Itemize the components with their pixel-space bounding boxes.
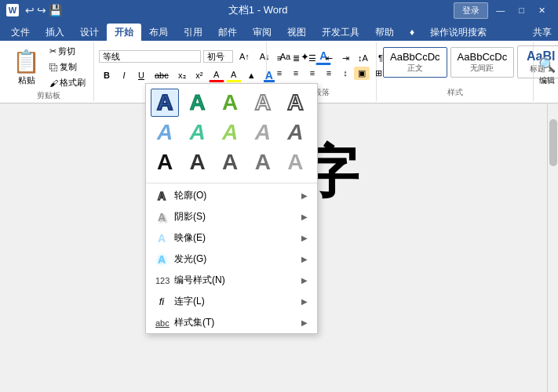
maximize-button[interactable]: □	[512, 4, 531, 16]
wordart-item-11[interactable]: A	[151, 148, 179, 176]
menu-item-reflection[interactable]: A 映像(E) ▶	[146, 227, 317, 249]
scroll-thumb[interactable]	[549, 119, 557, 166]
paste-label: 粘贴	[18, 74, 35, 86]
bold-button[interactable]: B	[99, 69, 115, 82]
title-bar-left: W ↩ ↪ 💾	[6, 4, 62, 16]
menu-item-numberstyle-left: 123 编号样式(N)	[155, 274, 225, 287]
wordart-item-2[interactable]: A	[184, 89, 212, 117]
style-none-label: 无间距	[458, 63, 508, 74]
wordart-item-14[interactable]: A	[249, 148, 277, 176]
wordart-item-4[interactable]: A	[249, 89, 277, 117]
tab-help[interactable]: 帮助	[367, 24, 402, 41]
wordart-item-3[interactable]: A	[216, 89, 244, 117]
menu-item-outline-left: A 轮廓(O)	[155, 189, 206, 202]
underline-button[interactable]: U	[133, 69, 149, 82]
login-button[interactable]: 登录	[454, 2, 488, 19]
sort-button[interactable]: ↕A	[354, 52, 372, 64]
font-size-select[interactable]	[203, 50, 233, 63]
clipboard-label: 剪贴板	[8, 90, 89, 103]
undo-icon[interactable]: ↩	[25, 4, 35, 16]
menu-item-ligature[interactable]: fi 连字(L) ▶	[146, 291, 317, 312]
copy-icon: ⿻	[49, 63, 58, 72]
window-title: 文档1 - Word	[228, 3, 288, 17]
tab-view[interactable]: 视图	[279, 24, 314, 41]
tab-light[interactable]: ♦	[402, 24, 422, 41]
multilevel-list-button[interactable]: ☰	[305, 52, 320, 65]
wordart-item-1[interactable]: A	[151, 89, 179, 117]
wordart-letter-7: A	[189, 120, 205, 145]
style-none-preview: AaBbCcDc	[458, 51, 508, 63]
line-spacing-button[interactable]: ↕	[337, 67, 353, 79]
superscript-button[interactable]: x²	[191, 69, 207, 82]
menu-item-glow[interactable]: A 发光(G) ▶	[146, 249, 317, 270]
para-row2: ≡ ≡ ≡ ≡ ↕ ▣ ⊞	[272, 67, 388, 80]
font-grow-button[interactable]: A↑	[235, 50, 253, 63]
menu-item-styleset[interactable]: abc 样式集(T) ▶	[146, 312, 317, 333]
share-button[interactable]: 共享	[527, 24, 558, 41]
list-bullet-button[interactable]: ≡	[272, 52, 287, 64]
shading-button[interactable]: ▲	[243, 69, 260, 82]
tab-design[interactable]: 设计	[72, 24, 107, 41]
wordart-grid: A A A A A A A A A A A	[146, 84, 317, 181]
title-bar-right: 登录 — □ ✕	[454, 2, 552, 19]
list-number-button[interactable]: ≣	[288, 52, 304, 65]
increase-indent-button[interactable]: ⇥	[337, 52, 353, 65]
tab-insert[interactable]: 插入	[38, 24, 72, 41]
subscript-button[interactable]: x₂	[174, 69, 190, 82]
numberstyle-icon: 123	[155, 276, 168, 285]
justify-button[interactable]: ≡	[321, 67, 337, 79]
redo-icon[interactable]: ↪	[37, 4, 46, 16]
font-family-select[interactable]	[99, 50, 201, 63]
italic-button[interactable]: I	[116, 69, 132, 82]
minimize-button[interactable]: —	[490, 4, 511, 16]
paste-button[interactable]: 📋 粘贴	[8, 45, 45, 89]
tab-home[interactable]: 开始	[107, 24, 141, 41]
styleset-label: 样式集(T)	[174, 316, 214, 329]
styles-label: 样式	[381, 87, 528, 100]
font-color-button[interactable]: A	[209, 68, 224, 82]
cut-button[interactable]: ✂剪切	[46, 44, 89, 59]
style-normal[interactable]: AaBbCcDc 正文	[383, 47, 447, 78]
menu-item-numberstyle[interactable]: 123 编号样式(N) ▶	[146, 270, 317, 291]
scrollbar-right[interactable]	[547, 103, 558, 392]
wordart-item-13[interactable]: A	[216, 148, 244, 176]
wordart-item-8[interactable]: A	[216, 118, 244, 147]
paragraph-controls: ≡ ≣ ☰ ⇤ ⇥ ↕A ¶ ≡ ≡ ≡ ≡ ↕ ▣ ⊞	[272, 44, 388, 87]
save-icon[interactable]: 💾	[49, 4, 62, 16]
strikethrough-button[interactable]: abc	[151, 69, 173, 82]
search-icon[interactable]: 🔍	[538, 56, 556, 74]
wordart-item-15[interactable]: A	[281, 148, 309, 176]
menu-item-outline[interactable]: A 轮廓(O) ▶	[146, 185, 317, 206]
copy-button[interactable]: ⿻复制	[46, 60, 89, 74]
highlight-button[interactable]: A	[226, 68, 242, 82]
shadow-arrow: ▶	[301, 212, 308, 221]
wordart-item-6[interactable]: A	[151, 118, 179, 147]
decrease-indent-button[interactable]: ⇤	[321, 52, 337, 65]
menu-divider1	[146, 183, 317, 183]
wordart-item-5[interactable]: A	[281, 89, 309, 117]
tab-search[interactable]: 操作说明搜索	[422, 24, 494, 41]
menu-item-shadow[interactable]: A 阴影(S) ▶	[146, 206, 317, 227]
clipboard-small-buttons: ✂剪切 ⿻复制 🖌格式刷	[46, 44, 89, 90]
align-right-button[interactable]: ≡	[305, 67, 320, 79]
tab-layout[interactable]: 布局	[141, 24, 176, 41]
wordart-item-12[interactable]: A	[184, 148, 212, 176]
wordart-item-7[interactable]: A	[184, 118, 212, 147]
tab-mailings[interactable]: 邮件	[210, 24, 245, 41]
wordart-letter-14: A	[255, 150, 271, 175]
style-none[interactable]: AaBbCcDc 无间距	[450, 47, 515, 78]
font-color2-button[interactable]: A	[261, 67, 277, 83]
close-button[interactable]: ✕	[532, 4, 552, 17]
shading2-button[interactable]: ▣	[354, 67, 370, 80]
wordart-item-10[interactable]: A	[281, 118, 309, 147]
styles-group: AaBbCcDc 正文 AaBbCcDc 无间距 AaBl 标题 1 样式	[377, 42, 534, 101]
tab-references[interactable]: 引用	[176, 24, 210, 41]
format-painter-button[interactable]: 🖌格式刷	[46, 75, 89, 90]
align-center-button[interactable]: ≡	[288, 67, 304, 79]
wordart-item-9[interactable]: A	[249, 118, 277, 147]
tab-developer[interactable]: 开发工具	[314, 24, 367, 41]
shadow-icon: A	[155, 211, 168, 223]
tab-review[interactable]: 审阅	[245, 24, 279, 41]
tab-file[interactable]: 文件	[3, 24, 38, 41]
ribbon-tabs: 文件 插入 设计 开始 布局 引用 邮件 审阅 视图 开发工具 帮助 ♦ 操作说…	[0, 20, 558, 41]
